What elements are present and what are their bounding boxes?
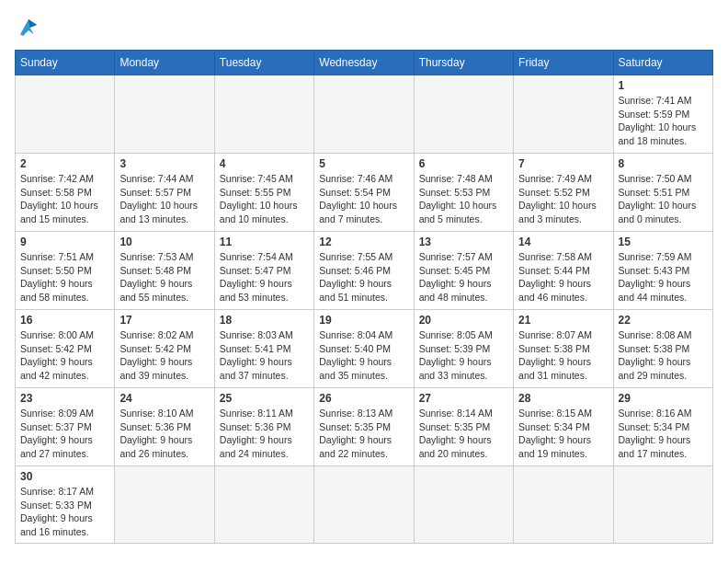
day-info: Sunrise: 8:09 AMSunset: 5:37 PMDaylight:… [20,407,109,461]
day-info: Sunrise: 8:17 AMSunset: 5:33 PMDaylight:… [20,485,109,539]
day-info: Sunrise: 8:07 AMSunset: 5:38 PMDaylight:… [518,328,608,383]
calendar-cell: 18Sunrise: 8:03 AMSunset: 5:41 PMDayligh… [214,310,313,388]
calendar-week-row: 16Sunrise: 8:00 AMSunset: 5:42 PMDayligh… [16,310,713,388]
calendar: SundayMondayTuesdayWednesdayThursdayFrid… [15,50,713,544]
day-number: 7 [518,157,608,170]
day-info: Sunrise: 8:02 AMSunset: 5:42 PMDaylight:… [119,328,209,383]
day-number: 15 [619,236,708,248]
day-number: 26 [319,392,408,405]
calendar-cell: 2Sunrise: 7:42 AMSunset: 5:58 PMDaylight… [16,154,115,232]
day-number: 24 [119,392,209,405]
calendar-cell [115,466,214,544]
calendar-cell [16,75,115,154]
calendar-cell [314,75,414,154]
day-info: Sunrise: 8:08 AMSunset: 5:38 PMDaylight:… [619,328,708,383]
calendar-week-row: 9Sunrise: 7:51 AMSunset: 5:50 PMDaylight… [16,232,713,310]
day-info: Sunrise: 7:59 AMSunset: 5:43 PMDaylight:… [619,250,708,304]
calendar-cell: 11Sunrise: 7:54 AMSunset: 5:47 PMDayligh… [214,232,313,310]
calendar-cell: 14Sunrise: 7:58 AMSunset: 5:44 PMDayligh… [514,232,613,310]
calendar-cell [214,466,313,544]
day-number: 19 [319,314,408,327]
day-number: 23 [20,392,109,405]
calendar-cell: 30Sunrise: 8:17 AMSunset: 5:33 PMDayligh… [16,466,115,544]
day-info: Sunrise: 7:58 AMSunset: 5:44 PMDaylight:… [518,250,608,304]
weekday-header-monday: Monday [115,51,214,75]
calendar-cell: 19Sunrise: 8:04 AMSunset: 5:40 PMDayligh… [314,310,414,388]
calendar-cell [514,75,613,154]
day-info: Sunrise: 7:57 AMSunset: 5:45 PMDaylight:… [419,250,508,304]
day-info: Sunrise: 7:46 AMSunset: 5:54 PMDaylight:… [319,172,408,226]
day-info: Sunrise: 7:42 AMSunset: 5:58 PMDaylight:… [20,172,109,226]
day-number: 29 [619,392,708,405]
day-number: 28 [518,392,608,405]
calendar-cell: 15Sunrise: 7:59 AMSunset: 5:43 PMDayligh… [613,232,712,310]
day-info: Sunrise: 7:53 AMSunset: 5:48 PMDaylight:… [119,250,209,304]
calendar-cell: 5Sunrise: 7:46 AMSunset: 5:54 PMDaylight… [314,154,414,232]
calendar-cell: 29Sunrise: 8:16 AMSunset: 5:34 PMDayligh… [613,388,712,466]
day-info: Sunrise: 8:15 AMSunset: 5:34 PMDaylight:… [518,407,608,461]
day-number: 18 [220,314,309,327]
day-info: Sunrise: 8:13 AMSunset: 5:35 PMDaylight:… [319,407,408,461]
calendar-cell: 16Sunrise: 8:00 AMSunset: 5:42 PMDayligh… [16,310,115,388]
day-number: 12 [319,236,408,248]
day-number: 20 [419,314,508,327]
svg-marker-1 [28,19,37,28]
day-info: Sunrise: 7:41 AMSunset: 5:59 PMDaylight:… [619,94,708,148]
calendar-cell [115,75,214,154]
day-info: Sunrise: 7:50 AMSunset: 5:51 PMDaylight:… [619,172,708,226]
weekday-header-thursday: Thursday [414,51,513,75]
weekday-header-saturday: Saturday [613,51,712,75]
calendar-cell: 13Sunrise: 7:57 AMSunset: 5:45 PMDayligh… [414,232,513,310]
logo-bird-icon [15,15,42,40]
weekday-header-row: SundayMondayTuesdayWednesdayThursdayFrid… [16,51,713,75]
calendar-week-row: 30Sunrise: 8:17 AMSunset: 5:33 PMDayligh… [16,466,713,544]
calendar-cell: 1Sunrise: 7:41 AMSunset: 5:59 PMDaylight… [613,75,712,154]
calendar-cell [214,75,313,154]
header [15,15,713,40]
svg-marker-0 [20,19,37,36]
weekday-header-wednesday: Wednesday [314,51,414,75]
calendar-cell: 12Sunrise: 7:55 AMSunset: 5:46 PMDayligh… [314,232,414,310]
calendar-cell: 7Sunrise: 7:49 AMSunset: 5:52 PMDaylight… [514,154,613,232]
day-number: 3 [119,157,209,170]
day-number: 4 [220,157,309,170]
calendar-cell: 3Sunrise: 7:44 AMSunset: 5:57 PMDaylight… [115,154,214,232]
day-number: 17 [119,314,209,327]
day-number: 27 [419,392,508,405]
weekday-header-sunday: Sunday [16,51,115,75]
calendar-cell: 4Sunrise: 7:45 AMSunset: 5:55 PMDaylight… [214,154,313,232]
day-number: 13 [419,236,508,248]
calendar-cell: 22Sunrise: 8:08 AMSunset: 5:38 PMDayligh… [613,310,712,388]
weekday-header-friday: Friday [514,51,613,75]
day-info: Sunrise: 8:16 AMSunset: 5:34 PMDaylight:… [619,407,708,461]
day-info: Sunrise: 8:05 AMSunset: 5:39 PMDaylight:… [419,328,508,383]
calendar-cell: 9Sunrise: 7:51 AMSunset: 5:50 PMDaylight… [16,232,115,310]
calendar-cell: 10Sunrise: 7:53 AMSunset: 5:48 PMDayligh… [115,232,214,310]
day-info: Sunrise: 8:03 AMSunset: 5:41 PMDaylight:… [220,328,309,383]
calendar-cell [414,466,513,544]
calendar-cell [314,466,414,544]
day-number: 21 [518,314,608,327]
day-info: Sunrise: 8:00 AMSunset: 5:42 PMDaylight:… [20,328,109,383]
day-info: Sunrise: 8:11 AMSunset: 5:36 PMDaylight:… [220,407,309,461]
calendar-cell: 24Sunrise: 8:10 AMSunset: 5:36 PMDayligh… [115,388,214,466]
day-number: 22 [619,314,708,327]
day-info: Sunrise: 7:49 AMSunset: 5:52 PMDaylight:… [518,172,608,226]
day-number: 10 [119,236,209,248]
day-number: 8 [619,157,708,170]
calendar-cell: 28Sunrise: 8:15 AMSunset: 5:34 PMDayligh… [514,388,613,466]
day-number: 14 [518,236,608,248]
calendar-cell: 25Sunrise: 8:11 AMSunset: 5:36 PMDayligh… [214,388,313,466]
calendar-cell: 20Sunrise: 8:05 AMSunset: 5:39 PMDayligh… [414,310,513,388]
day-number: 11 [220,236,309,248]
day-info: Sunrise: 8:14 AMSunset: 5:35 PMDaylight:… [419,407,508,461]
calendar-cell: 26Sunrise: 8:13 AMSunset: 5:35 PMDayligh… [314,388,414,466]
calendar-week-row: 1Sunrise: 7:41 AMSunset: 5:59 PMDaylight… [16,75,713,154]
calendar-cell: 27Sunrise: 8:14 AMSunset: 5:35 PMDayligh… [414,388,513,466]
day-number: 9 [20,236,109,248]
calendar-cell: 23Sunrise: 8:09 AMSunset: 5:37 PMDayligh… [16,388,115,466]
day-info: Sunrise: 7:44 AMSunset: 5:57 PMDaylight:… [119,172,209,226]
day-info: Sunrise: 7:51 AMSunset: 5:50 PMDaylight:… [20,250,109,304]
calendar-week-row: 2Sunrise: 7:42 AMSunset: 5:58 PMDaylight… [16,154,713,232]
day-info: Sunrise: 7:48 AMSunset: 5:53 PMDaylight:… [419,172,508,226]
